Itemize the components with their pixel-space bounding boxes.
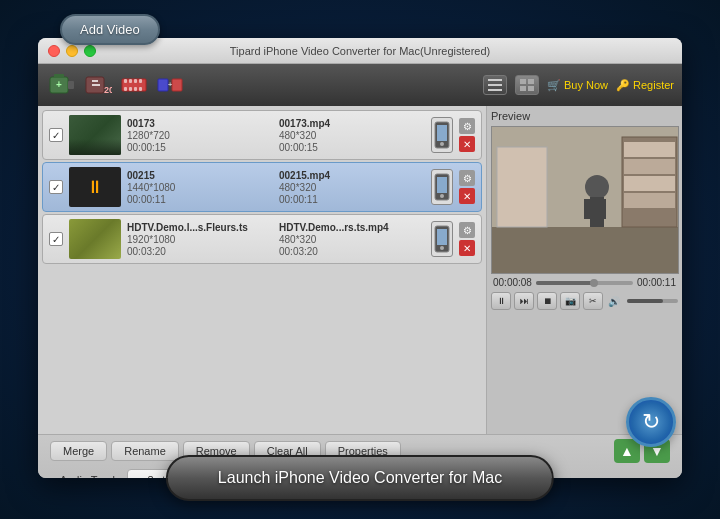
file-checkbox-3[interactable]: [49, 232, 63, 246]
preview-panel: Preview: [486, 106, 682, 434]
svg-rect-31: [437, 177, 447, 193]
file-settings-button-2[interactable]: ⚙: [459, 170, 475, 186]
key-icon: 🔑: [616, 79, 630, 92]
svg-rect-45: [497, 147, 547, 227]
svg-rect-34: [437, 229, 447, 245]
svg-rect-49: [598, 199, 606, 219]
file-thumbnail-2: ⏸: [69, 167, 121, 207]
file-output-2: 00215.mp4 480*320 00:00:11: [279, 170, 425, 205]
file-info-2: 00215 1440*1080 00:00:11: [127, 170, 273, 205]
toolbar: + 20: [38, 64, 682, 106]
window-title: Tipard iPhone Video Converter for Mac(Un…: [230, 45, 490, 57]
svg-rect-15: [139, 79, 142, 83]
file-item-2: ⏸ 00215 1440*1080 00:00:11 00215.mp4 480…: [42, 162, 482, 212]
svg-rect-17: [158, 79, 168, 91]
window-controls: [48, 45, 96, 57]
convert-icon: ↻: [642, 409, 660, 435]
preview-video: [491, 126, 679, 274]
toolbar-right: 🛒 Buy Now 🔑 Register: [483, 75, 674, 95]
file-actions-1: ⚙ ✕: [459, 118, 475, 152]
svg-rect-48: [584, 199, 592, 219]
rename-button[interactable]: Rename: [111, 441, 179, 461]
svg-rect-23: [520, 79, 526, 84]
svg-rect-10: [124, 87, 127, 91]
volume-icon: 🔊: [608, 296, 620, 307]
file-actions-2: ⚙ ✕: [459, 170, 475, 204]
svg-rect-3: [68, 81, 74, 89]
svg-point-35: [440, 246, 444, 250]
preview-progress-bar[interactable]: [536, 281, 633, 285]
minimize-button[interactable]: [66, 45, 78, 57]
svg-rect-25: [520, 86, 526, 91]
file-thumbnail-1: [69, 115, 121, 155]
file-thumbnail-3: [69, 219, 121, 259]
preview-scene: [492, 127, 678, 273]
add-video-button[interactable]: Add Video: [60, 14, 160, 45]
next-button[interactable]: ⏭: [514, 292, 534, 310]
file-remove-button-3[interactable]: ✕: [459, 240, 475, 256]
content-area: 00173 1280*720 00:00:15 00173.mp4 480*32…: [38, 106, 682, 434]
clip-button[interactable]: ✂: [583, 292, 603, 310]
cart-icon: 🛒: [547, 79, 561, 92]
merge-button[interactable]: Merge: [50, 441, 107, 461]
merge-icon[interactable]: +: [154, 69, 186, 101]
file-settings-button-1[interactable]: ⚙: [459, 118, 475, 134]
screenshot-button[interactable]: 📷: [560, 292, 580, 310]
preview-label: Preview: [491, 110, 678, 122]
svg-rect-18: [172, 79, 182, 91]
register-button[interactable]: 🔑 Register: [616, 79, 674, 92]
svg-rect-42: [624, 159, 675, 174]
svg-rect-1: [54, 74, 64, 78]
svg-rect-22: [488, 89, 502, 91]
edit-icon[interactable]: 20: [82, 69, 114, 101]
playback-controls: ⏸ ⏭ ⏹ 📷 ✂ 🔊: [491, 292, 678, 310]
maximize-button[interactable]: [84, 45, 96, 57]
svg-point-32: [440, 194, 444, 198]
device-icon-1: [431, 117, 453, 153]
file-settings-button-3[interactable]: ⚙: [459, 222, 475, 238]
close-button[interactable]: [48, 45, 60, 57]
launch-button[interactable]: Launch iPhone Video Converter for Mac: [166, 455, 554, 501]
svg-rect-26: [528, 86, 534, 91]
svg-rect-20: [488, 79, 502, 81]
svg-text:+: +: [168, 80, 173, 89]
svg-rect-12: [129, 87, 132, 91]
svg-rect-43: [624, 176, 675, 191]
svg-rect-28: [437, 125, 447, 141]
filmstrip-icon[interactable]: [118, 69, 150, 101]
thumb-view-button[interactable]: [515, 75, 539, 95]
list-view-button[interactable]: [483, 75, 507, 95]
file-item: 00173 1280*720 00:00:15 00173.mp4 480*32…: [42, 110, 482, 160]
file-actions-3: ⚙ ✕: [459, 222, 475, 256]
file-info-3: HDTV.Demo.l...s.Fleurs.ts 1920*1080 00:0…: [127, 222, 273, 257]
preview-progress-fill: [536, 281, 594, 285]
device-icon-3: [431, 221, 453, 257]
main-window: Tipard iPhone Video Converter for Mac(Un…: [38, 38, 682, 478]
pause-button[interactable]: ⏸: [491, 292, 511, 310]
file-item-3: HDTV.Demo.l...s.Fleurs.ts 1920*1080 00:0…: [42, 214, 482, 264]
svg-rect-11: [129, 79, 132, 83]
file-list: 00173 1280*720 00:00:15 00173.mp4 480*32…: [38, 106, 486, 434]
device-icon-2: [431, 169, 453, 205]
buy-button[interactable]: 🛒 Buy Now: [547, 79, 608, 92]
convert-button[interactable]: ↻: [626, 397, 676, 447]
stop-button[interactable]: ⏹: [537, 292, 557, 310]
pause-icon: ⏸: [86, 177, 104, 198]
svg-rect-13: [134, 79, 137, 83]
svg-rect-16: [139, 87, 142, 91]
preview-time-total: 00:00:11: [637, 277, 676, 288]
audio-track-label: Audio Track:: [46, 474, 121, 478]
volume-slider[interactable]: [627, 299, 678, 303]
file-checkbox-2[interactable]: [49, 180, 63, 194]
file-remove-button-1[interactable]: ✕: [459, 136, 475, 152]
svg-point-46: [585, 175, 609, 199]
preview-time-current: 00:00:08: [493, 277, 532, 288]
file-remove-button-2[interactable]: ✕: [459, 188, 475, 204]
file-checkbox-1[interactable]: [49, 128, 63, 142]
svg-rect-14: [134, 87, 137, 91]
svg-rect-9: [124, 79, 127, 83]
svg-text:20: 20: [104, 85, 112, 95]
svg-rect-39: [492, 227, 678, 273]
svg-rect-44: [624, 193, 675, 208]
add-video-icon[interactable]: +: [46, 69, 78, 101]
